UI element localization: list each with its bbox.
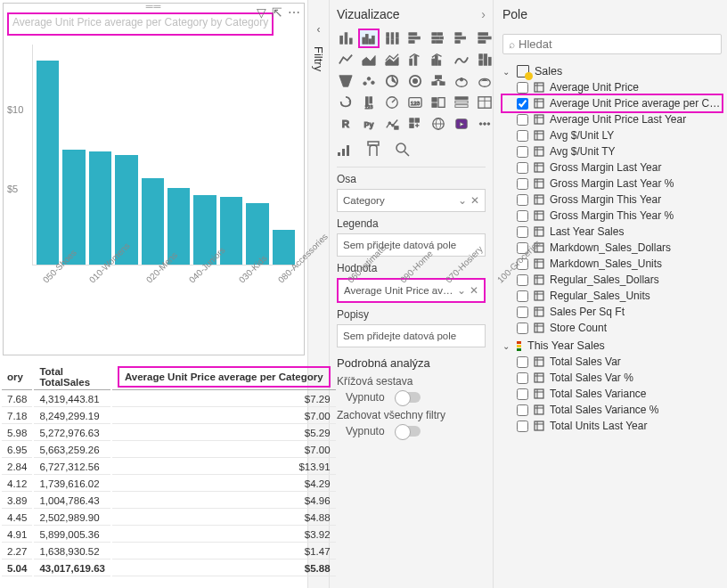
field-checkbox[interactable] (517, 356, 528, 368)
data-table[interactable]: ory Total TotalSales Average Unit Price … (0, 363, 338, 578)
field-checkbox[interactable] (517, 372, 528, 384)
viz-type-icon[interactable] (453, 94, 470, 110)
field-row[interactable]: Gross Margin This Year (502, 192, 722, 208)
table-row[interactable]: 2.846,727,312.56$13.91 (2, 460, 336, 475)
viz-type-icon[interactable] (337, 94, 355, 110)
field-checkbox[interactable] (517, 210, 528, 222)
field-checkbox[interactable] (517, 421, 528, 432)
field-row[interactable]: Gross Margin Last Year % (502, 176, 722, 192)
viz-type-icon[interactable] (360, 30, 378, 46)
viz-type-icon[interactable] (383, 94, 401, 110)
chevron-down-icon[interactable]: ⌄ (458, 194, 467, 207)
field-checkbox[interactable] (517, 323, 528, 334)
table-row[interactable]: 7.188,249,299.19$7.00 (2, 409, 336, 424)
table-row[interactable]: 4.452,502,989.90$4.88 (2, 510, 336, 526)
field-checkbox[interactable] (517, 130, 528, 142)
viz-type-icon[interactable] (453, 73, 470, 89)
more-icon[interactable]: ⋯ (288, 5, 300, 20)
viz-type-icon[interactable] (337, 73, 355, 89)
viz-type-icon[interactable] (476, 73, 494, 89)
viz-type-icon[interactable] (337, 30, 355, 46)
viz-type-icon[interactable] (476, 52, 494, 68)
table-row[interactable]: 7.684,319,443.81$7.29 (2, 392, 336, 407)
table-this-year-sales[interactable]: ⌄ This Year Sales (502, 338, 722, 354)
field-row[interactable]: Total Sales Variance % (502, 402, 722, 418)
viz-type-icon[interactable] (360, 73, 378, 89)
field-row[interactable]: Average Unit Price Last Year (502, 111, 722, 127)
field-checkbox[interactable] (517, 194, 528, 206)
viz-type-icon[interactable]: Py (360, 116, 378, 132)
col-ory[interactable]: ory (2, 364, 32, 390)
viz-type-icon[interactable] (360, 52, 378, 68)
field-checkbox[interactable] (517, 162, 528, 174)
viz-type-icon[interactable] (383, 52, 401, 68)
tooltip-field-well[interactable]: Sem přidejte datová pole (337, 324, 486, 347)
chart-visual[interactable]: ══ ▽ ⇱ ⋯ Average Unit Price average per … (3, 3, 305, 355)
legend-field-well[interactable]: Sem přidejte datová pole (337, 233, 486, 257)
search-input[interactable] (519, 37, 715, 51)
table-row[interactable]: 4.915,899,005.36$3.92 (2, 527, 336, 543)
field-row[interactable]: Total Sales Variance (502, 386, 722, 402)
viz-type-icon[interactable] (406, 52, 424, 68)
viz-type-icon[interactable] (383, 116, 401, 132)
viz-type-icon[interactable] (476, 30, 494, 46)
bar[interactable] (246, 203, 268, 265)
col-totalsales[interactable]: Total TotalSales (34, 364, 110, 390)
table-row[interactable]: 6.955,663,259.26$7.00 (2, 443, 336, 458)
table-row[interactable]: 4.121,739,616.02$4.29 (2, 477, 336, 492)
field-checkbox[interactable] (517, 226, 528, 238)
fields-tab-icon[interactable] (337, 141, 353, 159)
table-sales[interactable]: ⌄ Sales (502, 63, 722, 79)
table-row[interactable]: 3.891,004,786.43$4.96 (2, 494, 336, 509)
viz-type-icon[interactable] (476, 116, 494, 132)
field-row[interactable]: Avg $/Unit LY (502, 127, 722, 143)
viz-type-icon[interactable] (429, 30, 447, 46)
viz-type-icon[interactable] (429, 52, 447, 68)
viz-type-icon[interactable]: R (337, 116, 355, 132)
viz-type-icon[interactable] (429, 116, 447, 132)
filter-icon[interactable]: ▽ (257, 5, 266, 20)
field-checkbox[interactable] (517, 114, 528, 126)
field-checkbox[interactable] (517, 178, 528, 190)
field-checkbox[interactable] (517, 404, 528, 416)
format-tab-icon[interactable] (365, 141, 381, 159)
viz-type-icon[interactable] (406, 116, 424, 132)
viz-type-icon[interactable] (453, 30, 470, 46)
field-row[interactable]: Gross Margin Last Year (502, 159, 722, 176)
toggle-switch[interactable] (396, 392, 421, 403)
table-row[interactable]: 2.271,638,930.52$1.47 (2, 544, 336, 559)
viz-type-icon[interactable] (476, 94, 494, 110)
field-checkbox[interactable] (517, 82, 528, 94)
viz-type-icon[interactable] (406, 73, 424, 89)
toggle-switch[interactable] (396, 426, 421, 437)
focus-icon[interactable]: ⇱ (272, 5, 282, 20)
viz-type-icon[interactable] (383, 73, 401, 89)
bar[interactable] (273, 230, 295, 265)
field-checkbox[interactable] (517, 98, 528, 110)
bar[interactable] (89, 151, 111, 265)
field-row[interactable]: Total Units Last Year (502, 418, 722, 434)
field-row[interactable]: Store Count (502, 320, 722, 336)
field-row[interactable]: Total Sales Var % (502, 370, 722, 386)
field-row[interactable]: Gross Margin This Year % (502, 208, 722, 224)
bar[interactable] (62, 150, 85, 265)
viz-type-icon[interactable] (337, 52, 355, 68)
bar[interactable] (142, 178, 164, 265)
viz-type-icon[interactable] (453, 116, 470, 132)
bar[interactable] (37, 61, 59, 265)
axis-field-well[interactable]: Category ⌄✕ (337, 189, 486, 212)
field-checkbox[interactable] (517, 388, 528, 400)
analytics-tab-icon[interactable] (394, 141, 410, 159)
fields-search[interactable]: ⌕ (502, 34, 722, 54)
chevron-right-icon[interactable]: › (481, 7, 486, 21)
viz-type-icon[interactable]: 123 (406, 94, 424, 110)
field-row[interactable]: Avg $/Unit TY (502, 143, 722, 159)
field-checkbox[interactable] (517, 146, 528, 158)
field-row[interactable]: Average Unit Price average per Cate... (502, 95, 722, 111)
drag-handle-icon[interactable]: ══ (146, 4, 162, 9)
field-row[interactable]: Average Unit Price (502, 79, 722, 95)
table-row[interactable]: 5.985,272,976.63$5.29 (2, 426, 336, 441)
viz-type-icon[interactable]: 123 (360, 94, 378, 110)
col-avg[interactable]: Average Unit Price average per Category (112, 364, 336, 390)
viz-type-icon[interactable] (429, 73, 447, 89)
